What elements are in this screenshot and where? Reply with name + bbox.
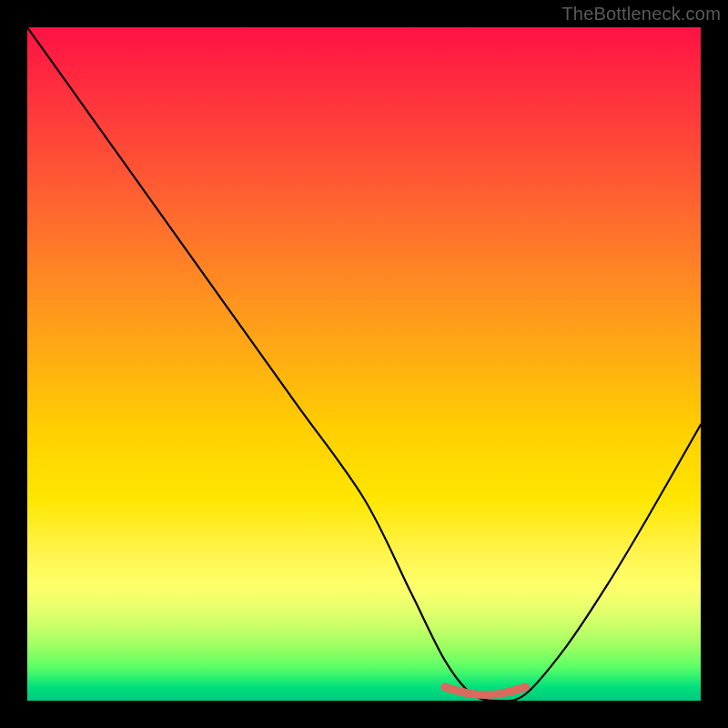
optimal-range-highlight (445, 687, 526, 694)
chart-svg (27, 27, 701, 701)
attribution-text: TheBottleneck.com (561, 4, 721, 25)
plot-area (27, 27, 701, 701)
chart-frame: TheBottleneck.com (0, 0, 728, 728)
bottleneck-curve (27, 27, 701, 701)
